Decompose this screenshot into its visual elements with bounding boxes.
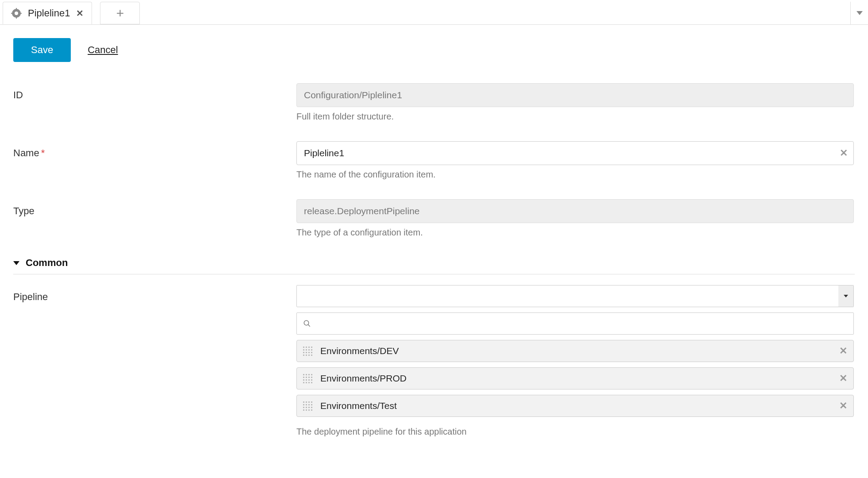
remove-item-icon[interactable]: ✕ [839, 345, 847, 357]
pipeline-label: Pipeline [13, 285, 296, 303]
pipeline-select-arrow[interactable] [838, 285, 853, 307]
clear-name-icon[interactable]: ✕ [840, 147, 848, 159]
pipeline-item-label: Environments/PROD [320, 373, 831, 384]
svg-point-6 [304, 320, 309, 325]
cancel-link[interactable]: Cancel [88, 44, 118, 56]
tabs-overflow-button[interactable] [850, 2, 868, 24]
chevron-down-icon [844, 295, 848, 297]
chevron-down-icon [13, 261, 19, 265]
id-field [296, 83, 854, 107]
drag-handle-icon[interactable] [303, 347, 312, 356]
tab-strip: Pipleline1 ✕ + [0, 2, 868, 25]
type-help: The type of a configuration item. [296, 227, 854, 238]
id-help: Full item folder structure. [296, 112, 854, 122]
tab-label: Pipleline1 [28, 8, 70, 19]
name-label-text: Name [13, 147, 39, 158]
type-field [296, 199, 854, 223]
add-tab-button[interactable]: + [100, 2, 140, 24]
svg-point-1 [15, 12, 18, 15]
type-label: Type [13, 199, 296, 217]
drag-handle-icon[interactable] [303, 374, 312, 383]
save-button[interactable]: Save [13, 38, 71, 62]
gear-icon [11, 8, 22, 19]
plus-icon: + [116, 7, 124, 20]
svg-rect-4 [11, 13, 13, 14]
remove-item-icon[interactable]: ✕ [839, 400, 847, 412]
required-marker: * [41, 147, 45, 158]
id-label: ID [13, 83, 296, 101]
close-tab-icon[interactable]: ✕ [76, 8, 84, 19]
section-common-title: Common [26, 257, 68, 269]
pipeline-item[interactable]: Environments/PROD ✕ [296, 367, 854, 389]
divider [13, 274, 855, 274]
pipeline-search[interactable] [296, 312, 854, 335]
tab-pipeline[interactable]: Pipleline1 ✕ [3, 2, 92, 24]
name-label: Name* [13, 141, 296, 159]
pipeline-search-input[interactable] [311, 318, 847, 329]
pipeline-item[interactable]: Environments/Test ✕ [296, 395, 854, 417]
svg-line-7 [308, 324, 310, 327]
search-icon [303, 320, 311, 328]
svg-rect-3 [16, 17, 17, 19]
pipeline-help: The deployment pipeline for this applica… [296, 427, 854, 437]
svg-rect-5 [20, 13, 22, 14]
pipeline-item-label: Environments/DEV [320, 346, 831, 356]
pipeline-item-label: Environments/Test [320, 401, 831, 411]
section-common-header[interactable]: Common [13, 257, 855, 269]
pipeline-select[interactable] [296, 285, 854, 307]
name-help: The name of the configuration item. [296, 170, 854, 180]
drag-handle-icon[interactable] [303, 401, 312, 411]
chevron-down-icon [856, 11, 863, 15]
remove-item-icon[interactable]: ✕ [839, 373, 847, 384]
svg-rect-2 [16, 8, 17, 10]
name-field[interactable] [296, 141, 854, 165]
pipeline-select-value [297, 285, 838, 307]
pipeline-item[interactable]: Environments/DEV ✕ [296, 340, 854, 362]
